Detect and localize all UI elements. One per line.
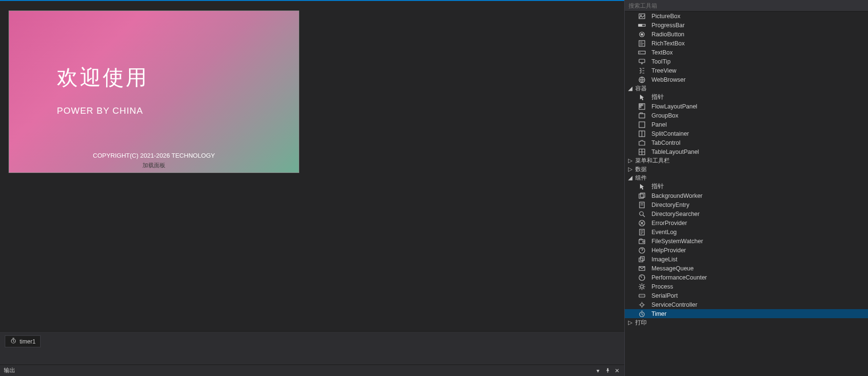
output-panel-header[interactable]: 输出 ▾ ✕ <box>0 365 624 376</box>
toolbox-item-label: ServiceController <box>651 301 697 308</box>
toolbox-item-treeview[interactable]: TreeView <box>625 66 868 75</box>
svg-point-3 <box>640 15 641 16</box>
toolbox-item-directoryentry[interactable]: DirectoryEntry <box>625 200 868 209</box>
panel-icon <box>638 121 646 129</box>
radiobutton-icon <box>638 31 646 38</box>
toolbox-item-timer[interactable]: Timer <box>625 309 868 318</box>
toolbox-item-label: 指针 <box>651 183 664 191</box>
toolbox-item-backgroundworker[interactable]: BackgroundWorker <box>625 191 868 200</box>
svg-rect-16 <box>639 114 645 118</box>
toolbox-item-splitcontainer[interactable]: SplitContainer <box>625 129 868 138</box>
toolbox-item-tooltip[interactable]: ToolTip <box>625 57 868 66</box>
toolbox-search-input[interactable] <box>629 2 864 9</box>
eventlog-icon <box>638 228 646 236</box>
toolbox-search[interactable] <box>625 0 868 11</box>
toolbox-category-容器[interactable]: ◢容器 <box>625 84 868 93</box>
imagelist-icon <box>638 256 646 263</box>
toolbox-category-label: 菜单和工具栏 <box>635 157 670 165</box>
toolbox-item-groupbox[interactable]: GroupBox <box>625 111 868 120</box>
toolbox-category-菜单和工具栏[interactable]: ▷菜单和工具栏 <box>625 156 868 165</box>
toolbox-item-helpprovider[interactable]: HelpProvider <box>625 246 868 255</box>
toolbox-item-textbox[interactable]: TextBox <box>625 48 868 57</box>
toolbox-item-performancecounter[interactable]: PerformanceCounter <box>625 273 868 282</box>
toolbox-item-label: BackgroundWorker <box>651 193 703 199</box>
toolbox-item-messagequeue[interactable]: MessageQueue <box>625 264 868 273</box>
toolbox-item-imagelist[interactable]: ImageList <box>625 255 868 264</box>
chevron-right-icon: ▷ <box>628 157 632 164</box>
toolbox-item-errorprovider[interactable]: ErrorProvider <box>625 218 868 227</box>
service-icon <box>638 301 646 309</box>
toolbox-item-label: Timer <box>651 311 666 317</box>
toolbox-category-label: 打印 <box>635 319 647 327</box>
process-icon <box>638 283 646 290</box>
picturebox-icon <box>638 12 646 20</box>
toolbox-item-label: 指针 <box>651 93 664 101</box>
toolbox-item-label: PerformanceCounter <box>651 274 707 281</box>
toolbox-item-label: MessageQueue <box>651 265 694 272</box>
svg-rect-15 <box>640 106 641 107</box>
dirsearch-icon <box>638 210 646 218</box>
toolbox-item-richtextbox[interactable]: RichTextBox <box>625 39 868 48</box>
toolbox-item-label: ToolTip <box>651 58 671 65</box>
toolbox-item-指针[interactable]: 指针 <box>625 93 868 102</box>
toolbox-item-webbrowser[interactable]: WebBrowser <box>625 75 868 84</box>
toolbox-item-panel[interactable]: Panel <box>625 120 868 129</box>
close-icon[interactable]: ✕ <box>614 367 620 374</box>
toolbox-item-tablelayoutpanel[interactable]: TableLayoutPanel <box>625 147 868 156</box>
svg-rect-20 <box>639 194 643 198</box>
toolbox-item-serialport[interactable]: SerialPort <box>625 291 868 300</box>
toolbox-item-label: Panel <box>651 121 667 128</box>
webbrowser-icon <box>638 76 646 84</box>
toolbox-item-label: TabControl <box>651 140 680 146</box>
toolbox-item-picturebox[interactable]: PictureBox <box>625 11 868 21</box>
designer-surface[interactable]: 欢迎使用 POWER BY CHINA COPYRIGHT(C) 2021-20… <box>0 1 624 331</box>
toolbox-item-label: ErrorProvider <box>651 220 687 226</box>
fswatcher-icon <box>638 237 646 245</box>
toolbox-item-label: GroupBox <box>651 112 678 119</box>
splash-form[interactable]: 欢迎使用 POWER BY CHINA COPYRIGHT(C) 2021-20… <box>9 11 299 173</box>
toolbox-category-label: 数据 <box>635 165 647 173</box>
chevron-down-icon: ◢ <box>628 85 632 92</box>
svg-point-35 <box>640 303 643 306</box>
toolbox-category-打印[interactable]: ▷打印 <box>625 318 868 327</box>
toolbox-item-radiobutton[interactable]: RadioButton <box>625 30 868 39</box>
chevron-right-icon: ▷ <box>628 166 632 172</box>
messagequeue-icon <box>638 265 646 272</box>
errorprovider-icon <box>638 219 646 227</box>
toolbox-item-label: RichTextBox <box>651 40 684 47</box>
timer-icon <box>638 310 646 318</box>
toolbox-category-数据[interactable]: ▷数据 <box>625 165 868 173</box>
chevron-right-icon: ▷ <box>628 319 632 326</box>
toolbox-item-label: FlowLayoutPanel <box>651 103 697 110</box>
svg-rect-17 <box>639 122 645 128</box>
toolbox-category-组件[interactable]: ◢组件 <box>625 173 868 182</box>
chevron-down-icon: ◢ <box>628 174 632 181</box>
tray-timer-chip[interactable]: timer1 <box>5 335 41 347</box>
toolbox-item-process[interactable]: Process <box>625 282 868 291</box>
svg-rect-5 <box>639 24 642 26</box>
toolbox-item-flowlayoutpanel[interactable]: FlowLayoutPanel <box>625 102 868 111</box>
svg-rect-21 <box>640 193 645 197</box>
richtextbox-icon <box>638 40 646 47</box>
splitcontainer-icon <box>638 130 646 138</box>
output-title: 输出 <box>4 366 15 375</box>
svg-rect-14 <box>641 104 643 106</box>
toolbox-item-label: DirectorySearcher <box>651 211 700 217</box>
toolbox-item-directorysearcher[interactable]: DirectorySearcher <box>625 209 868 218</box>
toolbox-item-指针[interactable]: 指针 <box>625 182 868 191</box>
toolbox-item-eventlog[interactable]: EventLog <box>625 227 868 236</box>
toolbox-item-progressbar[interactable]: ProgressBar <box>625 21 868 30</box>
bgworker-icon <box>638 192 646 200</box>
pin-icon[interactable] <box>604 367 611 374</box>
toolbox-tree[interactable]: PictureBoxProgressBarRadioButtonRichText… <box>625 11 868 376</box>
toolbox-item-label: HelpProvider <box>651 247 686 254</box>
toolbox-item-tabcontrol[interactable]: TabControl <box>625 138 868 147</box>
toolbox-item-label: Process <box>651 283 673 290</box>
dropdown-icon[interactable]: ▾ <box>595 367 601 374</box>
splash-title: 欢迎使用 <box>57 64 149 92</box>
toolbox-item-filesystemwatcher[interactable]: FileSystemWatcher <box>625 236 868 246</box>
groupbox-icon <box>638 112 646 119</box>
flowlayout-icon <box>638 103 646 110</box>
toolbox-item-label: TableLayoutPanel <box>651 149 699 155</box>
toolbox-item-servicecontroller[interactable]: ServiceController <box>625 300 868 309</box>
